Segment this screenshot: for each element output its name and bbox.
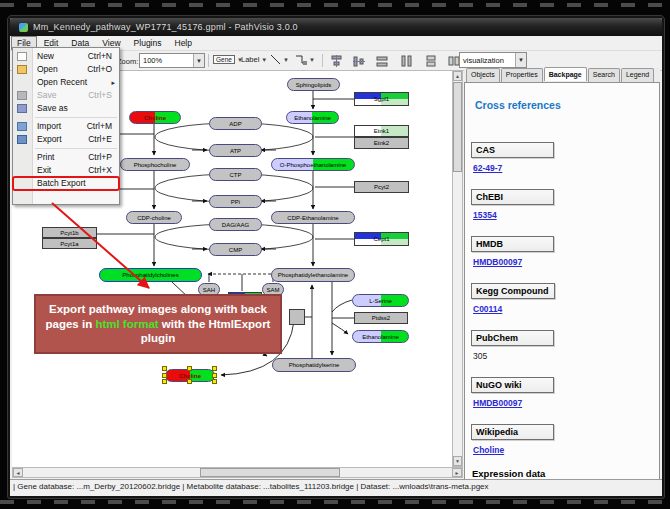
selection-handle[interactable] — [212, 379, 217, 384]
file-menu-item-save-as[interactable]: Save as — [13, 102, 119, 115]
tab-backpage[interactable]: Backpage — [544, 67, 587, 81]
scroll-up-icon[interactable]: ▲ — [453, 71, 462, 81]
selection-handle[interactable] — [187, 379, 192, 384]
crossref-link[interactable]: C00114 — [473, 304, 502, 314]
scroll-left-icon[interactable]: ◄ — [13, 468, 23, 477]
chevron-down-icon[interactable]: ▼ — [309, 57, 315, 63]
file-menu-item-export[interactable]: ExportCtrl+E — [13, 133, 119, 146]
pathway-node-cdp-ethanolamine[interactable]: CDP-Ethanolamine — [271, 211, 355, 224]
pathway-node-phosphatidylethanolamine[interactable]: Phosphatidylethanolamine — [271, 268, 355, 282]
crossref-header: Kegg Compound — [471, 283, 555, 299]
tab-legend[interactable]: Legend — [621, 68, 654, 82]
selection-handle[interactable] — [162, 366, 167, 371]
expression-data-heading: Expression data — [472, 468, 653, 479]
crossref-header: HMDB — [471, 236, 554, 252]
file-menu-item-save[interactable]: SaveCtrl+S — [13, 89, 119, 102]
blank-icon — [17, 78, 27, 87]
chevron-down-icon[interactable]: ▼ — [283, 57, 289, 63]
pathway-node-adp[interactable]: ADP — [209, 117, 262, 130]
pathway-node-cept1[interactable]: Cept1 — [354, 232, 409, 246]
align-center-icon[interactable] — [330, 55, 343, 67]
gene-node-button[interactable]: Gene ▼ — [213, 53, 243, 66]
crossref-link[interactable]: HMDB00097 — [473, 398, 522, 408]
scroll-down-icon[interactable]: ▼ — [453, 456, 462, 466]
horizontal-scrollbar[interactable]: ◄ ► — [12, 467, 463, 478]
file-menu-item-new[interactable]: NewCtrl+N — [13, 50, 119, 63]
crossref-section-hmdb: HMDBHMDB00097 — [471, 233, 653, 267]
chevron-down-icon[interactable]: ▼ — [193, 54, 204, 67]
menubar-item-plugins[interactable]: Plugins — [128, 36, 168, 50]
backpage-panel: Cross references CAS62-49-7ChEBI15354HMD… — [464, 82, 660, 494]
crossref-link[interactable]: 15354 — [473, 210, 497, 220]
tab-objects[interactable]: Objects — [466, 68, 500, 82]
pathway-node[interactable] — [289, 309, 305, 325]
chevron-down-icon[interactable]: ▼ — [515, 53, 526, 67]
selection-handle[interactable] — [162, 373, 167, 378]
menu-item-label: Export — [37, 134, 62, 144]
pathway-node-l-serine[interactable]: L-Serine — [352, 294, 409, 307]
crossref-section-cas: CAS62-49-7 — [471, 139, 653, 173]
horizontal-scroll-thumb[interactable] — [200, 468, 340, 477]
blank-icon — [17, 179, 27, 188]
file-menu-item-batch-export[interactable]: Batch Export — [13, 177, 119, 190]
selection-handle[interactable] — [187, 366, 192, 371]
crossref-section-chebi: ChEBI15354 — [471, 186, 653, 220]
pathway-node-ppi[interactable]: PPi — [209, 195, 262, 208]
pathway-node-sgpl1[interactable]: Sgpl1 — [354, 92, 409, 106]
line-tool-button[interactable]: ▼ — [270, 53, 289, 66]
pathway-node-phosphatidylserine[interactable]: Phosphatidylserine — [272, 358, 356, 372]
pathway-node-pcyt2[interactable]: Pcyt2 — [354, 181, 409, 193]
tab-properties[interactable]: Properties — [501, 68, 543, 82]
distribute-horizontal-icon[interactable] — [376, 55, 389, 67]
pathway-node-pcyt1a[interactable]: Pcyt1a — [42, 238, 97, 249]
annotation-segment: with the HtmlExport plugin — [141, 318, 271, 345]
pathway-node-phosphocholine[interactable]: Phosphocholine — [120, 158, 190, 171]
pathway-node-ethanolamine[interactable]: Ethanolamine — [352, 330, 409, 343]
status-bar: | Gene database: ...m_Derby_20120602.bri… — [10, 479, 662, 494]
scroll-right-icon[interactable]: ► — [452, 468, 462, 477]
file-menu-item-open[interactable]: OpenCtrl+O — [13, 63, 119, 76]
vertical-scrollbar[interactable]: ▲ ▼ — [452, 70, 463, 467]
distribute-vertical-icon[interactable] — [400, 55, 413, 67]
crossref-section-pubchem: PubChem305 — [471, 327, 653, 361]
zoom-combobox[interactable]: 100% ▼ — [139, 53, 205, 68]
menubar-item-help[interactable]: Help — [169, 36, 198, 50]
pathway-node-cmp[interactable]: CMP — [209, 243, 262, 256]
pathway-node-ctp[interactable]: CTP — [209, 168, 262, 181]
selection-handle[interactable] — [162, 379, 167, 384]
vertical-scroll-thumb[interactable] — [453, 82, 462, 172]
pathway-node-phosphatidylcholines[interactable]: Phosphatidylcholines — [99, 268, 202, 282]
connector-tool-button[interactable]: ▼ — [295, 53, 315, 66]
visualization-value: visualization — [460, 56, 515, 65]
visualization-combobox[interactable]: visualization ▼ — [459, 52, 527, 68]
export-icon — [17, 135, 27, 144]
pathway-node-dag-aag[interactable]: DAG/AAG — [209, 218, 262, 231]
pathway-node-etnk1[interactable]: Etnk1 — [354, 125, 409, 137]
file-menu-item-exit[interactable]: ExitCtrl+X — [13, 164, 119, 177]
pathway-node-choline[interactable]: Choline — [129, 111, 181, 124]
tab-search[interactable]: Search — [588, 68, 620, 82]
menu-item-label: Save — [37, 90, 56, 100]
pathway-node-atp[interactable]: ATP — [209, 144, 262, 157]
pathway-node-ptdss2[interactable]: Ptdss2 — [354, 312, 408, 324]
label-tool-button[interactable]: Label ▼ — [241, 53, 267, 66]
selection-handle[interactable] — [212, 366, 217, 371]
file-menu-item-import[interactable]: ImportCtrl+M — [13, 120, 119, 133]
selection-handle[interactable] — [212, 373, 217, 378]
file-menu-item-print[interactable]: PrintCtrl+P — [13, 151, 119, 164]
pathway-node-etnk2[interactable]: Etnk2 — [354, 137, 409, 149]
chevron-down-icon[interactable]: ▼ — [261, 57, 267, 63]
pathway-node-pcyt1b[interactable]: Pcyt1b — [42, 227, 97, 238]
pathway-node-cdp-choline[interactable]: CDP-choline — [126, 211, 182, 224]
pathway-node-o-phosphoethanolamine[interactable]: O-Phosphoethanolamine — [271, 158, 355, 171]
crossref-link[interactable]: HMDB00097 — [473, 257, 522, 267]
align-middle-icon[interactable] — [353, 55, 366, 67]
file-menu-item-open-recent[interactable]: Open Recent▸ — [13, 76, 119, 89]
pathway-node-sphingolipids[interactable]: Sphingolipids — [287, 78, 340, 91]
crossref-link[interactable]: Choline — [473, 445, 504, 455]
crossref-value: HMDB00097 — [473, 398, 653, 408]
crossref-link[interactable]: 62-49-7 — [473, 163, 502, 173]
stack-vertical-icon[interactable] — [425, 55, 438, 67]
pathway-node-ethanolamine[interactable]: Ethanolamine — [286, 111, 339, 124]
menu-item-label: Import — [37, 121, 61, 131]
